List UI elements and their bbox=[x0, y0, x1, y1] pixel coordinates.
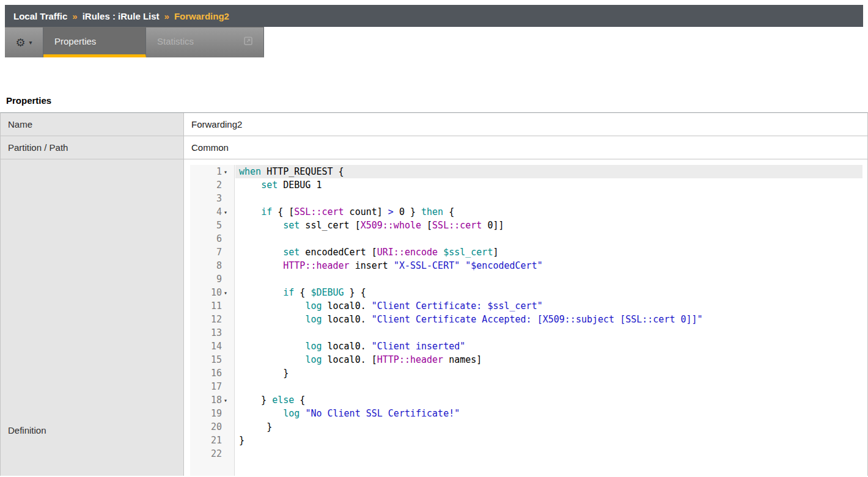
code-token: } bbox=[239, 368, 289, 379]
line-number: 8 bbox=[190, 260, 222, 271]
breadcrumb-section[interactable]: Local Traffic bbox=[13, 11, 67, 21]
code-line[interactable]: 11 log local0. "Client Certificate: $ssl… bbox=[190, 299, 862, 313]
gutter-cell: 17 bbox=[190, 380, 235, 393]
gutter-cell: 4▾ bbox=[190, 205, 235, 219]
code-token: } bbox=[239, 435, 245, 446]
fold-marker-icon[interactable]: ▾ bbox=[222, 169, 235, 175]
breadcrumb-separator: » bbox=[72, 11, 77, 21]
code-token: } { bbox=[344, 287, 366, 298]
line-number: 17 bbox=[190, 381, 222, 392]
code-line[interactable]: 14 log local0. "Client inserted" bbox=[190, 340, 862, 353]
code-token bbox=[239, 354, 305, 365]
code-text: log "No Client SSL Certificate!" bbox=[235, 407, 862, 420]
code-token: local0. bbox=[322, 341, 371, 352]
code-line[interactable]: 17 bbox=[190, 380, 862, 393]
code-text: } bbox=[235, 434, 862, 447]
name-label: Name bbox=[1, 113, 184, 136]
code-token: $DEBUG bbox=[311, 287, 344, 298]
code-line[interactable]: 16 } bbox=[190, 366, 862, 380]
fold-marker-icon[interactable]: ▾ bbox=[222, 397, 235, 404]
gutter-cell: 12 bbox=[190, 313, 235, 326]
code-token: [ bbox=[421, 220, 432, 231]
code-token: > bbox=[388, 206, 394, 217]
gutter-cell: 22 bbox=[190, 447, 235, 461]
definition-value-cell: 1▾when HTTP_REQUEST {2 set DEBUG 134▾ if… bbox=[184, 159, 867, 476]
line-number: 6 bbox=[190, 233, 222, 244]
gutter-cell: 5 bbox=[190, 219, 235, 232]
code-line[interactable]: 19 log "No Client SSL Certificate!" bbox=[190, 407, 862, 420]
code-text: log local0. "Client Certificate: $ssl_ce… bbox=[235, 299, 862, 313]
table-row-partition: Partition / Path Common bbox=[1, 136, 867, 159]
code-line[interactable]: 12 log local0. "Client Certificate Accep… bbox=[190, 313, 862, 326]
code-token: 0]] bbox=[482, 220, 504, 231]
line-number: 21 bbox=[190, 435, 222, 446]
code-line[interactable]: 9 bbox=[190, 272, 862, 286]
code-editor[interactable]: 1▾when HTTP_REQUEST {2 set DEBUG 134▾ if… bbox=[190, 165, 862, 476]
code-line[interactable]: 8 HTTP::header insert "X-SSL-CERT" "$enc… bbox=[190, 259, 862, 272]
code-line[interactable]: 1▾when HTTP_REQUEST { bbox=[190, 165, 862, 178]
line-number: 9 bbox=[190, 274, 222, 285]
line-number: 20 bbox=[190, 421, 222, 432]
code-line[interactable]: 15 log local0. [HTTP::header names] bbox=[190, 353, 862, 366]
definition-label: Definition bbox=[8, 425, 46, 435]
code-token: "X-SSL-CERT" bbox=[394, 260, 460, 271]
code-line[interactable]: 2 set DEBUG 1 bbox=[190, 178, 862, 192]
breadcrumb-irule-list[interactable]: iRules : iRule List bbox=[83, 11, 160, 21]
code-line[interactable]: 18▾ } else { bbox=[190, 393, 862, 407]
code-token: X509::whole bbox=[361, 220, 421, 231]
code-token: set bbox=[261, 180, 278, 191]
code-text bbox=[235, 447, 862, 461]
table-row-name: Name Forwarding2 bbox=[1, 113, 867, 136]
code-token: { bbox=[443, 206, 454, 217]
code-token: "Client Certificate: $ssl_cert" bbox=[372, 300, 543, 311]
name-value: Forwarding2 bbox=[184, 113, 867, 136]
code-line[interactable]: 21} bbox=[190, 434, 862, 447]
fold-marker-icon[interactable]: ▾ bbox=[222, 209, 235, 216]
code-text: HTTP::header insert "X-SSL-CERT" "$encod… bbox=[235, 259, 862, 272]
gutter-cell: 7 bbox=[190, 246, 235, 259]
code-text: if { $DEBUG } { bbox=[235, 286, 862, 299]
code-text: when HTTP_REQUEST { bbox=[235, 165, 862, 178]
code-token: encodedCert [ bbox=[300, 247, 377, 258]
code-token: log bbox=[305, 300, 322, 311]
code-token: { [ bbox=[272, 206, 294, 217]
code-line[interactable]: 13 bbox=[190, 326, 862, 340]
code-line[interactable]: 20 } bbox=[190, 420, 862, 434]
code-token: set bbox=[283, 220, 300, 231]
code-text: } bbox=[235, 420, 862, 434]
gear-menu-button[interactable]: ⚙ ▾ bbox=[5, 27, 43, 57]
tab-statistics[interactable]: Statistics bbox=[146, 27, 264, 57]
code-token bbox=[239, 247, 283, 258]
code-line[interactable]: 10▾ if { $DEBUG } { bbox=[190, 286, 862, 299]
code-token: log bbox=[305, 314, 322, 325]
code-token: DEBUG 1 bbox=[278, 180, 322, 191]
code-line[interactable]: 7 set encodedCert [URI::encode $ssl_cert… bbox=[190, 246, 862, 259]
code-line[interactable]: 4▾ if { [SSL::cert count] > 0 } then { bbox=[190, 205, 862, 219]
code-text: } bbox=[235, 366, 862, 380]
code-text bbox=[235, 192, 862, 205]
properties-table: Name Forwarding2 Partition / Path Common… bbox=[0, 112, 868, 476]
code-token: then bbox=[421, 206, 443, 217]
code-token: "No Client SSL Certificate!" bbox=[305, 408, 460, 419]
gutter-cell: 20 bbox=[190, 420, 235, 434]
partition-path-value: Common bbox=[184, 136, 867, 159]
tab-properties[interactable]: Properties bbox=[43, 27, 146, 57]
code-text bbox=[235, 326, 862, 340]
fold-marker-icon[interactable]: ▾ bbox=[222, 289, 235, 296]
code-token: } bbox=[239, 395, 272, 406]
code-line[interactable]: 3 bbox=[190, 192, 862, 205]
external-link-icon bbox=[244, 37, 252, 45]
code-line[interactable]: 22 bbox=[190, 447, 862, 461]
code-line[interactable]: 5 set ssl_cert [X509::whole [SSL::cert 0… bbox=[190, 219, 862, 232]
code-text: set encodedCert [URI::encode $ssl_cert] bbox=[235, 246, 862, 259]
definition-label-cell: Definition bbox=[1, 159, 184, 476]
line-number: 7 bbox=[190, 247, 222, 258]
code-token: local0. bbox=[322, 314, 371, 325]
code-line[interactable]: 6 bbox=[190, 232, 862, 246]
code-text bbox=[235, 272, 862, 286]
gutter-cell: 1▾ bbox=[190, 165, 235, 178]
gutter-cell: 18▾ bbox=[190, 393, 235, 407]
line-number: 10 bbox=[190, 287, 222, 298]
code-text: } else { bbox=[235, 393, 862, 407]
code-token: local0. bbox=[322, 300, 371, 311]
